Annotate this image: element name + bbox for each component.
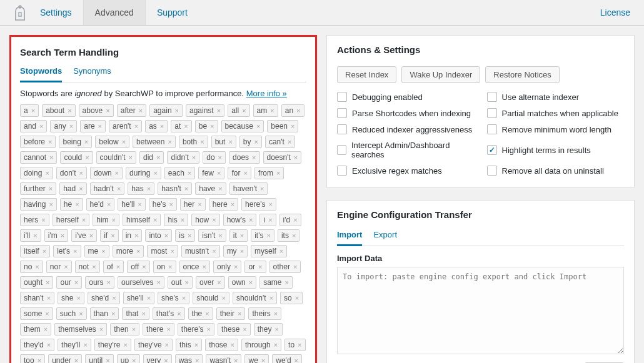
stopword-token[interactable]: and× bbox=[20, 120, 47, 132]
stopword-token[interactable]: hadn't× bbox=[90, 182, 125, 195]
close-icon[interactable]: × bbox=[141, 311, 145, 317]
close-icon[interactable]: × bbox=[293, 217, 297, 224]
stopword-token[interactable]: having× bbox=[20, 198, 57, 211]
close-icon[interactable]: × bbox=[83, 342, 87, 349]
close-icon[interactable]: × bbox=[134, 232, 138, 239]
close-icon[interactable]: × bbox=[112, 217, 116, 224]
close-icon[interactable]: × bbox=[147, 295, 151, 302]
close-icon[interactable]: × bbox=[99, 326, 103, 333]
close-icon[interactable]: × bbox=[132, 326, 136, 333]
stopword-token[interactable]: each× bbox=[164, 167, 195, 179]
stopword-token[interactable]: we'd× bbox=[272, 354, 302, 363]
close-icon[interactable]: × bbox=[203, 264, 206, 271]
stopword-token[interactable]: they× bbox=[254, 323, 283, 336]
setting-checkbox-item[interactable]: Partial matches when applicable bbox=[487, 108, 625, 118]
close-icon[interactable]: × bbox=[295, 295, 299, 302]
stopword-token[interactable]: that× bbox=[122, 307, 149, 320]
stopword-token[interactable]: the× bbox=[188, 307, 213, 320]
close-icon[interactable]: × bbox=[45, 170, 49, 177]
stopword-token[interactable]: i've× bbox=[71, 229, 97, 242]
close-icon[interactable]: × bbox=[106, 107, 109, 114]
close-icon[interactable]: × bbox=[294, 154, 298, 161]
close-icon[interactable]: × bbox=[212, 217, 216, 224]
stopword-token[interactable]: aren't× bbox=[109, 120, 142, 132]
stopword-token[interactable]: into× bbox=[145, 229, 172, 242]
close-icon[interactable]: × bbox=[129, 154, 133, 161]
stopword-token[interactable]: or× bbox=[244, 261, 266, 273]
stopword-token[interactable]: haven't× bbox=[229, 182, 268, 195]
close-icon[interactable]: × bbox=[231, 342, 234, 349]
setting-checkbox-item[interactable]: Remove all data on uninstall bbox=[487, 166, 625, 176]
stopword-token[interactable]: an× bbox=[281, 104, 304, 117]
stopword-token[interactable]: both× bbox=[179, 136, 208, 148]
stopword-token[interactable]: during× bbox=[126, 167, 161, 179]
stopword-token[interactable]: them× bbox=[20, 323, 51, 336]
close-icon[interactable]: × bbox=[238, 311, 241, 317]
checkbox[interactable] bbox=[487, 145, 497, 155]
stopword-token[interactable]: he'd× bbox=[86, 198, 115, 211]
stopword-token[interactable]: own× bbox=[228, 276, 256, 289]
stopword-token[interactable]: than× bbox=[90, 307, 119, 320]
stopword-token[interactable]: nor× bbox=[46, 261, 72, 273]
stopword-token[interactable]: theirs× bbox=[248, 307, 281, 320]
close-icon[interactable]: × bbox=[217, 279, 221, 286]
close-icon[interactable]: × bbox=[217, 107, 221, 114]
stopword-token[interactable]: mustn't× bbox=[181, 245, 220, 257]
close-icon[interactable]: × bbox=[45, 311, 49, 317]
close-icon[interactable]: × bbox=[258, 264, 262, 271]
close-icon[interactable]: × bbox=[294, 357, 298, 364]
setting-checkbox-item[interactable]: Highlight terms in results bbox=[487, 141, 625, 159]
stopword-token[interactable]: they've× bbox=[134, 339, 173, 351]
close-icon[interactable]: × bbox=[218, 232, 222, 239]
close-icon[interactable]: × bbox=[89, 232, 93, 239]
close-icon[interactable]: × bbox=[79, 186, 83, 192]
close-icon[interactable]: × bbox=[195, 357, 199, 364]
close-icon[interactable]: × bbox=[270, 107, 274, 114]
setting-checkbox-item[interactable]: Parse Shortcodes when indexing bbox=[337, 108, 475, 118]
stopword-token[interactable]: they'd× bbox=[20, 339, 54, 351]
close-icon[interactable]: × bbox=[117, 186, 121, 192]
stopword-token[interactable]: but× bbox=[211, 136, 236, 148]
subtab-import[interactable]: Import bbox=[337, 226, 362, 246]
stopword-token[interactable]: any× bbox=[50, 120, 77, 132]
close-icon[interactable]: × bbox=[218, 186, 222, 192]
close-icon[interactable]: × bbox=[177, 311, 181, 317]
stopword-token[interactable]: don't× bbox=[56, 167, 87, 179]
stopword-token[interactable]: of× bbox=[103, 261, 124, 273]
stopword-token[interactable]: does× bbox=[229, 151, 259, 164]
stopword-token[interactable]: it× bbox=[229, 229, 248, 242]
stopword-token[interactable]: out× bbox=[168, 276, 193, 289]
stopword-token[interactable]: i× bbox=[259, 214, 276, 226]
stopword-token[interactable]: its× bbox=[278, 229, 299, 242]
close-icon[interactable]: × bbox=[184, 186, 188, 192]
stopword-token[interactable]: isn't× bbox=[198, 229, 226, 242]
stopword-token[interactable]: this× bbox=[176, 339, 202, 351]
stopword-token[interactable]: his× bbox=[164, 214, 188, 226]
stopword-token[interactable]: through× bbox=[241, 339, 281, 351]
stopword-token[interactable]: that's× bbox=[153, 307, 185, 320]
stopword-token[interactable]: as× bbox=[145, 120, 168, 132]
stopword-token[interactable]: doesn't× bbox=[263, 151, 302, 164]
close-icon[interactable]: × bbox=[175, 107, 179, 114]
stopword-token[interactable]: has× bbox=[128, 182, 154, 195]
close-icon[interactable]: × bbox=[296, 107, 300, 114]
close-icon[interactable]: × bbox=[240, 232, 244, 239]
setting-checkbox-item[interactable]: Intercept Admin/Dashboard searches bbox=[337, 141, 475, 159]
stopword-token[interactable]: i'd× bbox=[279, 214, 301, 226]
close-icon[interactable]: × bbox=[47, 342, 51, 349]
close-icon[interactable]: × bbox=[132, 357, 136, 364]
stopword-token[interactable]: hers× bbox=[20, 214, 49, 226]
stopword-token[interactable]: only× bbox=[213, 261, 241, 273]
stopword-token[interactable]: have× bbox=[195, 182, 226, 195]
stopword-token[interactable]: itself× bbox=[20, 245, 50, 257]
stopword-token[interactable]: he× bbox=[60, 198, 83, 211]
close-icon[interactable]: × bbox=[107, 279, 111, 286]
close-icon[interactable]: × bbox=[49, 201, 53, 208]
close-icon[interactable]: × bbox=[41, 217, 45, 224]
stopword-token[interactable]: should× bbox=[193, 292, 229, 304]
tab-support[interactable]: Support bbox=[146, 0, 199, 25]
stopword-token[interactable]: if× bbox=[100, 229, 118, 242]
close-icon[interactable]: × bbox=[61, 232, 64, 239]
stopword-token[interactable]: under× bbox=[48, 354, 82, 363]
close-icon[interactable]: × bbox=[124, 342, 128, 349]
